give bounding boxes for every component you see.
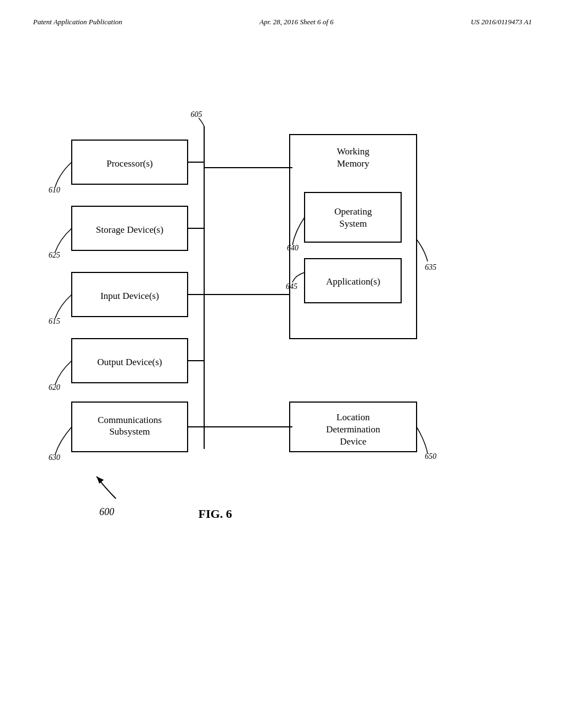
svg-text:Communications: Communications [98,415,162,425]
diagram-area: Processor(s) Storage Device(s) Input Dev… [0,46,565,653]
svg-text:Application(s): Application(s) [326,276,380,287]
svg-text:600: 600 [99,506,114,517]
svg-text:Working: Working [337,146,370,157]
page: Patent Application Publication Apr. 28, … [0,0,565,728]
svg-text:System: System [339,218,367,229]
svg-text:Location: Location [337,412,370,422]
svg-text:615: 615 [49,317,60,325]
diagram-svg: Processor(s) Storage Device(s) Input Dev… [0,46,565,653]
header-left: Patent Application Publication [33,18,122,26]
svg-text:640: 640 [287,244,299,252]
svg-text:Storage Device(s): Storage Device(s) [96,224,163,235]
svg-text:605: 605 [191,110,202,119]
svg-marker-42 [97,477,104,484]
svg-text:Processor(s): Processor(s) [106,158,153,169]
svg-text:FIG. 6: FIG. 6 [198,507,232,521]
svg-text:625: 625 [49,251,60,259]
svg-rect-23 [305,192,401,242]
header-center: Apr. 28, 2016 Sheet 6 of 6 [259,18,333,26]
svg-text:630: 630 [49,453,60,462]
svg-text:Determination: Determination [326,424,381,435]
page-header: Patent Application Publication Apr. 28, … [0,0,565,35]
svg-text:Output Device(s): Output Device(s) [97,357,162,367]
svg-text:610: 610 [49,186,60,194]
svg-text:Memory: Memory [337,158,370,169]
svg-text:Operating: Operating [334,206,372,217]
svg-text:620: 620 [49,383,60,392]
svg-text:Input Device(s): Input Device(s) [100,291,159,301]
svg-text:650: 650 [425,452,436,461]
svg-text:635: 635 [425,263,436,271]
svg-text:645: 645 [286,282,297,291]
svg-text:Subsystem: Subsystem [109,426,150,437]
svg-text:Device: Device [340,436,366,447]
header-right: US 2016/0119473 A1 [471,18,532,26]
